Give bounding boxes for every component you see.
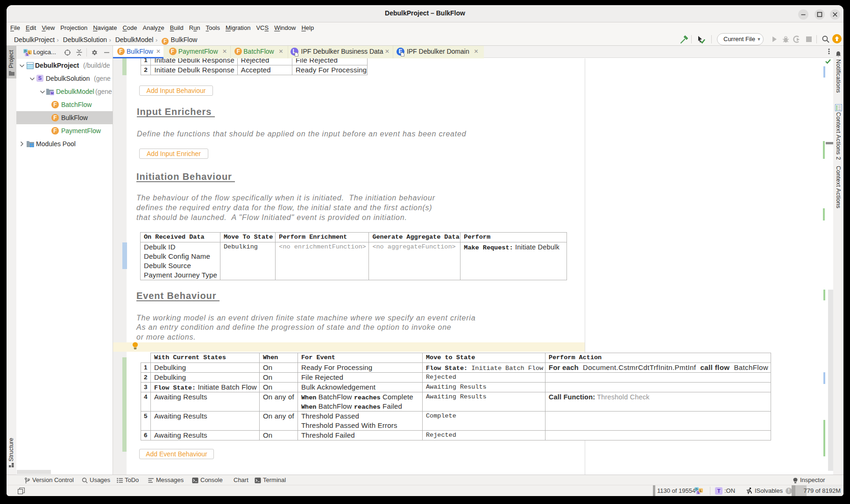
svg-text:M: M: [50, 91, 53, 95]
svg-text:L: L: [700, 489, 702, 492]
svg-text:L: L: [28, 51, 31, 54]
